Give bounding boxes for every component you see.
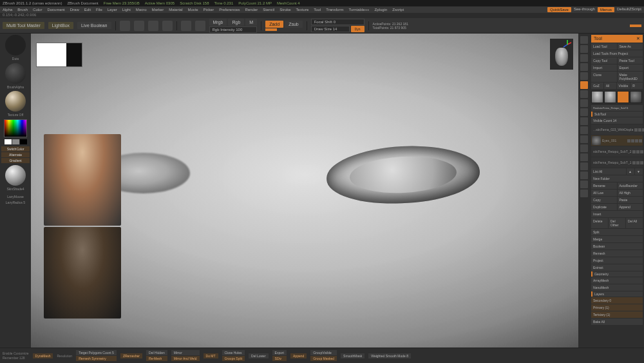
menu-item[interactable]: Material [169,8,182,12]
visible-button[interactable]: Visible [617,83,630,89]
menu-item[interactable]: Stencil [263,8,274,12]
switchcolor-button[interactable]: SwitchColor [1,146,30,152]
liveboolean-button[interactable]: Live Boolean [77,22,111,29]
moveup-button[interactable]: ▲ [627,168,634,175]
remeshsym-button[interactable]: Remesh Symmetry [76,356,117,361]
lazyradius-input[interactable]: LazyRadius 5 [6,201,25,205]
menu-item[interactable]: Movie [188,8,198,12]
targetpoly-input[interactable]: Target Polygons Count 5 [76,350,117,355]
gradient-button[interactable]: Gradient [1,158,30,163]
m-toggle[interactable]: M [245,19,257,26]
menu-item[interactable]: Layer [108,8,117,12]
aahalf-icon[interactable] [580,72,588,80]
projection-master-icon[interactable] [148,21,158,31]
append-button[interactable]: Append [618,204,643,210]
local-icon[interactable] [580,99,588,107]
groupsplit-button[interactable]: Groups Split [222,356,245,361]
lightbox-button[interactable]: LightBox [48,22,73,29]
xyz-icon[interactable] [580,144,588,152]
export-button2[interactable]: Export [272,350,287,355]
menu-item[interactable]: Alpha [3,8,12,12]
alllow-button[interactable]: All Low [591,190,617,196]
autoreorder-button[interactable]: AutoReorder [618,182,643,189]
menu-item[interactable]: Picker [204,8,214,12]
subtool-item[interactable]: sticFema_Retopo_SubT_1 [591,157,643,168]
dynamesh-button[interactable]: DynaMesh [33,353,53,358]
project-section[interactable]: Project [591,257,643,264]
menu-item[interactable]: Edit [84,8,91,12]
seethrough-slider[interactable]: See-through [574,7,595,12]
draw-size-input[interactable]: Draw Size 14 [311,26,350,32]
xpose-icon[interactable] [580,190,588,197]
tool-thumb[interactable] [604,91,616,103]
subtool-section[interactable]: SubTool [591,112,643,117]
reference-thumb-top[interactable] [36,43,82,67]
movedown-button[interactable]: ▼ [635,168,643,175]
edit-mode-icon[interactable] [181,21,191,31]
boolean-section[interactable]: Boolean [591,243,643,250]
nav-preview[interactable] [550,39,573,70]
rename-button[interactable]: Rename [591,182,617,189]
color-picker[interactable] [4,119,27,137]
polyframe-icon[interactable] [580,153,588,161]
defaultzscript[interactable]: DefaultZScript [617,7,641,12]
subtool-item[interactable]: sticFema_Retopo_SubT_2 [591,146,643,157]
menu-item[interactable]: Preferences [219,8,240,12]
menu-item[interactable]: Marker [151,8,164,12]
actual-icon[interactable] [580,63,588,71]
multitool-master-button[interactable]: Multi Tool Master [3,22,44,29]
lazymouse-label[interactable]: LazyMouse [7,195,24,199]
viewport[interactable] [31,34,578,348]
menu-item[interactable]: Render [245,8,258,12]
goz-button[interactable]: GoZ [591,83,603,89]
rgb-toggle[interactable]: Rgb [228,19,244,26]
mrgb-toggle[interactable]: Mrgb [209,19,227,26]
subtool-item-active[interactable]: Eyes_001 [591,135,643,146]
layer-item[interactable]: Primary (1) [591,304,643,311]
remesh-section[interactable]: Remesh [591,250,643,257]
menu-item[interactable]: Tool [314,8,321,12]
bakeall-button[interactable]: Bake All [591,319,643,325]
merge-section[interactable]: Merge [591,236,643,242]
copysub-button[interactable]: Copy [591,197,617,203]
quicksketch-icon[interactable] [162,21,173,31]
layers-section[interactable]: Layers [591,291,643,297]
ghost-icon[interactable] [580,172,588,179]
sdiv-button[interactable]: SDiv [272,356,287,361]
alpha-preview[interactable] [5,63,26,84]
remember-input[interactable]: Remember 128 [3,356,29,360]
altcolor-button[interactable]: Alternate [1,152,30,157]
mirror-button[interactable]: Mirror [171,350,200,355]
subtool-item[interactable]: ...sticFema_023_WithDispla [591,124,643,135]
dellower-button[interactable]: Del Lower [249,353,269,358]
delete-button[interactable]: Delete [591,218,608,228]
menu-item[interactable]: Texture [296,8,309,12]
menu-item[interactable]: Document [47,8,64,12]
history-undo-icon[interactable] [120,21,130,31]
delhidden-button[interactable]: Del Hidden [146,350,167,355]
menu-item[interactable]: Macro [136,8,147,12]
menu-item[interactable]: Draw [70,8,79,12]
menu-item[interactable]: Stroke [279,8,290,12]
tool-thumb[interactable] [630,91,642,103]
floor-icon[interactable] [580,90,588,98]
move-icon[interactable] [580,117,588,125]
split-section[interactable]: Split [591,229,643,235]
zintensity-bar[interactable] [265,28,277,31]
domt-button[interactable]: Do MT [204,353,218,358]
scale-icon[interactable] [580,126,588,134]
closeholes-button[interactable]: Close Holes [222,350,245,355]
rotate-icon[interactable] [580,135,588,143]
append-button2[interactable]: Append [290,353,307,358]
pastetool-button[interactable]: Paste Tool [618,57,643,64]
clone-button[interactable]: Clone [591,72,617,82]
listall-button[interactable]: List All [591,168,626,175]
import-button[interactable]: Import [591,64,617,71]
scroll-icon[interactable] [580,45,588,53]
menu-item[interactable]: Light [122,8,131,12]
nanomesh-section[interactable]: NanoMesh [591,284,643,291]
allhigh-button[interactable]: All High [618,190,643,196]
groupmasked-button[interactable]: Group Masked [310,356,337,361]
export-button[interactable]: Export [618,64,643,71]
mirrorweld-button[interactable]: Mirror And Weld [171,356,200,361]
